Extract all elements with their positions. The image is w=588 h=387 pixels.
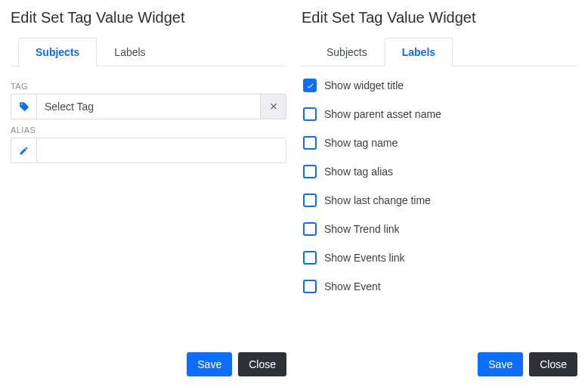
close-button[interactable]: Close [238,352,286,376]
pencil-icon [11,138,36,163]
checkbox-show_last_change_time[interactable] [303,194,317,207]
tag-clear-button[interactable] [261,94,286,119]
checkbox-row-show_last_change_time: Show last change time [303,194,577,207]
checkbox-label: Show Trend link [324,223,400,235]
tag-label: TAG [11,82,286,91]
checkbox-show_tag_alias[interactable] [303,165,317,178]
checkbox-show_trend_link[interactable] [303,222,317,236]
checkbox-row-show_widget_title: Show widget title [303,79,577,92]
footer-actions: Save Close [11,343,286,376]
panel-subjects: Edit Set Tag Value Widget Subjects Label… [11,6,286,376]
checkbox-row-show_tag_alias: Show tag alias [303,165,577,178]
tab-subjects[interactable]: Subjects [18,38,97,67]
tab-subjects[interactable]: Subjects [309,38,385,67]
alias-input-group [11,138,286,163]
checkbox-label: Show widget title [324,79,404,91]
footer-actions: Save Close [302,343,577,376]
tag-select-placeholder: Select Tag [45,101,94,113]
tag-icon [11,94,36,119]
alias-label: ALIAS [11,125,286,135]
checkbox-label: Show Events link [324,252,405,264]
labels-body: Show widget titleShow parent asset nameS… [302,76,577,343]
checkbox-label: Show tag alias [324,166,393,178]
tabs: Subjects Labels [11,37,286,67]
checkbox-row-show_tag_name: Show tag name [303,136,577,150]
alias-input[interactable] [36,138,286,163]
checkbox-label: Show last change time [324,194,431,206]
tabs: Subjects Labels [302,37,577,67]
checkbox-show_tag_name[interactable] [303,136,317,150]
tag-input-group: Select Tag [11,94,286,119]
subjects-body: TAG Select Tag ALIAS [11,76,286,343]
alias-field[interactable] [45,144,278,156]
checkbox-show_events_link[interactable] [303,251,317,265]
checkbox-show_parent_asset[interactable] [303,107,317,121]
dialog-title: Edit Set Tag Value Widget [11,6,286,26]
panel-labels: Edit Set Tag Value Widget Subjects Label… [302,6,577,376]
dialog-title: Edit Set Tag Value Widget [302,6,577,26]
checkbox-row-show_trend_link: Show Trend link [303,222,577,236]
save-button[interactable]: Save [187,352,232,376]
checkbox-label: Show tag name [324,137,398,149]
checkbox-label: Show Event [324,280,381,293]
checkbox-show_widget_title[interactable] [303,79,317,92]
tag-select[interactable]: Select Tag [36,94,261,119]
close-button[interactable]: Close [529,352,577,376]
close-icon [269,100,278,113]
checkbox-row-show_parent_asset: Show parent asset name [303,107,577,121]
tab-labels[interactable]: Labels [97,38,162,67]
checkbox-row-show_event: Show Event [303,280,577,293]
checkbox-show_event[interactable] [303,280,317,293]
checkbox-row-show_events_link: Show Events link [303,251,577,265]
tab-labels[interactable]: Labels [385,38,453,67]
checkbox-label: Show parent asset name [324,108,441,120]
save-button[interactable]: Save [478,352,523,376]
